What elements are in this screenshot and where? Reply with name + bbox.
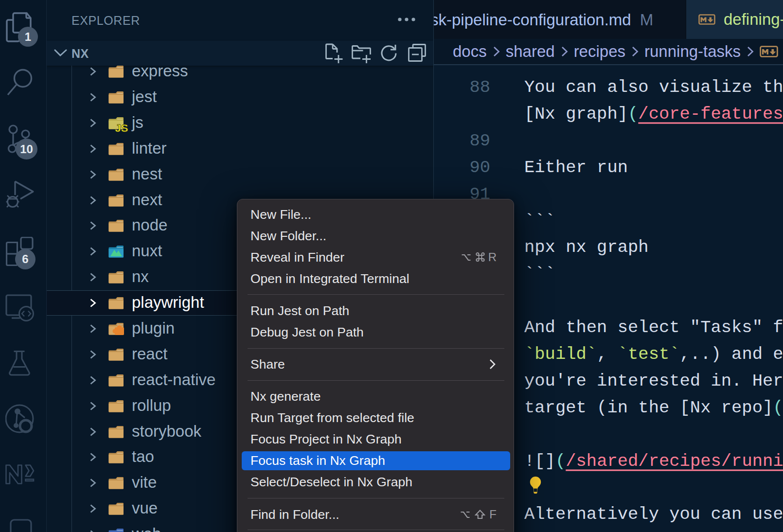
svg-text:JS: JS: [115, 122, 128, 134]
